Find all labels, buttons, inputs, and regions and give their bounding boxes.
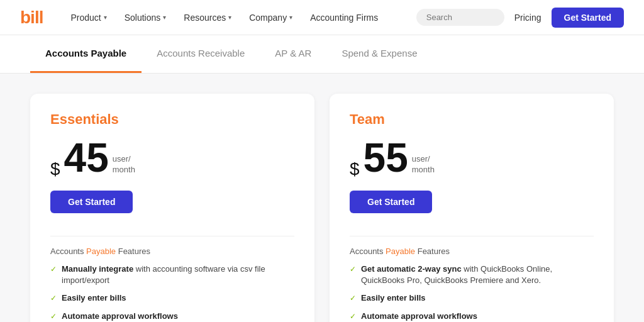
- nav-label-accounting-firms: Accounting Firms: [310, 13, 378, 23]
- feature-text: Get automatic 2-way sync with QuickBooks…: [361, 264, 594, 286]
- tabs-section: Accounts Payable Accounts Receivable AP …: [0, 35, 644, 74]
- list-item: ✓ Automate approval workflows: [350, 311, 594, 322]
- essentials-features-label-colored: Payable: [86, 247, 116, 256]
- list-item: ✓ Easily enter bills: [350, 292, 594, 304]
- feature-text: Easily enter bills: [62, 292, 126, 304]
- nav-item-accounting-firms[interactable]: Accounting Firms: [303, 8, 386, 28]
- nav-item-resources[interactable]: Resources ▾: [176, 8, 239, 28]
- team-price-row: $ 55 user/month: [350, 138, 594, 178]
- tab-ap-ar[interactable]: AP & AR: [260, 35, 326, 73]
- chevron-down-icon: ▾: [228, 14, 231, 21]
- check-icon: ✓: [50, 264, 57, 275]
- list-item: ✓ Manually integrate with accounting sof…: [50, 264, 294, 286]
- team-features-label: Accounts Payable Features: [350, 247, 594, 256]
- team-plan-name: Team: [350, 111, 594, 128]
- team-feature-list: ✓ Get automatic 2-way sync with QuickBoo…: [350, 264, 594, 322]
- feature-text: Easily enter bills: [361, 292, 426, 304]
- list-item: ✓ Automate approval workflows: [50, 311, 294, 322]
- logo[interactable]: bill: [20, 8, 43, 28]
- tabs: Accounts Payable Accounts Receivable AP …: [30, 35, 614, 73]
- essentials-price-dollar: $: [50, 160, 60, 178]
- feature-text: Automate approval workflows: [62, 311, 178, 322]
- team-card: Team $ 55 user/month Get Started Account…: [330, 94, 614, 322]
- nav-right: Pricing Get Started: [416, 8, 624, 28]
- chevron-down-icon: ▾: [289, 14, 292, 21]
- essentials-price-amount: 45: [64, 138, 109, 178]
- chevron-down-icon: ▾: [104, 14, 107, 21]
- nav-item-solutions[interactable]: Solutions ▾: [117, 8, 174, 28]
- check-icon: ✓: [350, 264, 356, 275]
- check-icon: ✓: [50, 311, 57, 322]
- chevron-down-icon: ▾: [163, 14, 166, 21]
- essentials-price-row: $ 45 user/month: [50, 138, 294, 178]
- check-icon: ✓: [350, 311, 356, 322]
- essentials-features-label: Accounts Payable Features: [50, 247, 294, 256]
- pricing-link[interactable]: Pricing: [514, 13, 541, 23]
- divider: [350, 236, 594, 236]
- logo-text: bill: [20, 8, 43, 28]
- nav-label-resources: Resources: [184, 13, 226, 23]
- cards-row: Essentials $ 45 user/month Get Started A…: [30, 94, 614, 322]
- team-features-label-colored: Payable: [386, 247, 415, 256]
- essentials-plan-name: Essentials: [50, 111, 294, 128]
- tab-spend-expense[interactable]: Spend & Expense: [326, 35, 432, 73]
- get-started-button[interactable]: Get Started: [552, 8, 624, 28]
- team-price-dollar: $: [350, 160, 360, 178]
- essentials-get-started-button[interactable]: Get Started: [50, 191, 133, 213]
- tab-accounts-receivable[interactable]: Accounts Receivable: [142, 35, 260, 73]
- divider: [50, 236, 294, 236]
- tab-accounts-payable[interactable]: Accounts Payable: [30, 35, 142, 73]
- nav-items: Product ▾ Solutions ▾ Resources ▾ Compan…: [63, 8, 416, 28]
- essentials-price-unit: user/month: [113, 154, 135, 175]
- nav-item-company[interactable]: Company ▾: [242, 8, 300, 28]
- check-icon: ✓: [350, 293, 356, 304]
- essentials-feature-list: ✓ Manually integrate with accounting sof…: [50, 264, 294, 322]
- search-input[interactable]: [416, 9, 504, 26]
- list-item: ✓ Get automatic 2-way sync with QuickBoo…: [350, 264, 594, 286]
- team-price-amount: 55: [364, 138, 408, 178]
- feature-text: Manually integrate with accounting softw…: [62, 264, 294, 286]
- nav-label-solutions: Solutions: [125, 13, 161, 23]
- check-icon: ✓: [50, 293, 57, 304]
- feature-text: Automate approval workflows: [361, 311, 477, 322]
- navbar: bill Product ▾ Solutions ▾ Resources ▾ C…: [0, 0, 644, 35]
- nav-item-product[interactable]: Product ▾: [63, 8, 114, 28]
- essentials-card: Essentials $ 45 user/month Get Started A…: [30, 94, 314, 322]
- main-content: Essentials $ 45 user/month Get Started A…: [0, 74, 644, 322]
- team-price-unit: user/month: [412, 154, 435, 175]
- team-get-started-button[interactable]: Get Started: [350, 191, 432, 213]
- list-item: ✓ Easily enter bills: [50, 292, 294, 304]
- nav-label-product: Product: [70, 13, 101, 23]
- nav-label-company: Company: [249, 13, 287, 23]
